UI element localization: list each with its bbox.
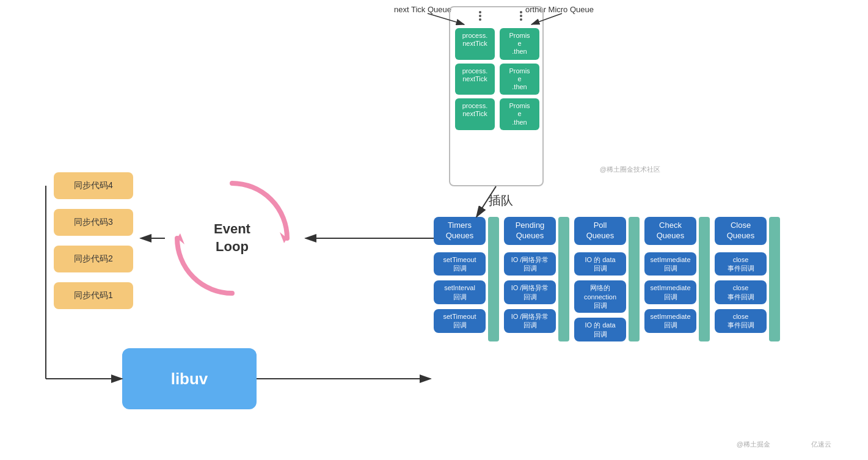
close-item-3: close事件回调 <box>715 309 767 333</box>
chajia-label: 插队 <box>489 192 513 209</box>
libuv-box: libuv <box>122 348 257 409</box>
timers-sep <box>488 217 499 341</box>
pending-item-2: IO /网络异常回调 <box>504 280 556 304</box>
poll-item-2: 网络的connection回调 <box>574 280 626 313</box>
poll-column: PollQueues IO 的 data回调 网络的connection回调 I… <box>574 217 640 341</box>
poll-sep <box>629 217 640 341</box>
timers-item-1: setTimeout回调 <box>434 252 486 276</box>
promise-then-3: Promise.then <box>500 98 539 130</box>
pending-main: PendingQueues IO /网络异常回调 IO /网络异常回调 IO /… <box>504 217 556 333</box>
timers-main: TimersQueues setTimeout回调 setInterval回调 … <box>434 217 486 333</box>
timers-column: TimersQueues setTimeout回调 setInterval回调 … <box>434 217 499 341</box>
sync-block-4: 同步代码4 <box>54 172 133 199</box>
diagram-container: next Tick Queue orther Micro Queue proce… <box>0 0 868 460</box>
timers-header: TimersQueues <box>434 217 486 245</box>
promise-then-1: Promise.then <box>500 28 539 60</box>
check-item-3: setImmediate回调 <box>644 309 696 333</box>
timers-item-2: setInterval回调 <box>434 280 486 304</box>
close-column: CloseQueues close事件回调 close事件回调 close事件回… <box>715 217 780 341</box>
watermark-3: 亿速云 <box>811 440 831 449</box>
close-header: CloseQueues <box>715 217 767 245</box>
check-main: CheckQueues setImmediate回调 setImmediate回… <box>644 217 696 333</box>
poll-header: PollQueues <box>574 217 626 245</box>
check-column: CheckQueues setImmediate回调 setImmediate回… <box>644 217 710 341</box>
event-loop-container: Event Loop <box>165 171 299 305</box>
check-item-1: setImmediate回调 <box>644 252 696 276</box>
watermark-2: @稀土掘金 <box>737 440 770 449</box>
micro-queue-wrapper: process.nextTick Promise.then process.ne… <box>455 11 539 130</box>
sync-block-3: 同步代码3 <box>54 209 133 236</box>
process-nexttick-3: process.nextTick <box>455 98 495 130</box>
sync-block-1: 同步代码1 <box>54 282 133 309</box>
event-loop-label: Event Loop <box>199 221 266 255</box>
poll-main: PollQueues IO 的 data回调 网络的connection回调 I… <box>574 217 626 341</box>
check-header: CheckQueues <box>644 217 696 245</box>
pending-column: PendingQueues IO /网络异常回调 IO /网络异常回调 IO /… <box>504 217 569 341</box>
sync-block-2: 同步代码2 <box>54 246 133 272</box>
pending-item-1: IO /网络异常回调 <box>504 252 556 276</box>
close-item-1: close事件回调 <box>715 252 767 276</box>
close-sep <box>769 217 780 341</box>
check-sep <box>699 217 710 341</box>
close-item-2: close事件回调 <box>715 280 767 304</box>
process-nexttick-1: process.nextTick <box>455 28 495 60</box>
process-nexttick-2: process.nextTick <box>455 64 495 95</box>
promise-then-2: Promise.then <box>500 64 539 95</box>
micro-row-3: process.nextTick Promise.then <box>455 98 539 130</box>
micro-row-1: process.nextTick Promise.then <box>455 28 539 60</box>
pending-item-3: IO /网络异常回调 <box>504 309 556 333</box>
micro-row-2: process.nextTick Promise.then <box>455 64 539 95</box>
timers-item-3: setTimeout回调 <box>434 309 486 333</box>
next-tick-queue-label: next Tick Queue <box>394 5 451 14</box>
pending-header: PendingQueues <box>504 217 556 245</box>
check-item-2: setImmediate回调 <box>644 280 696 304</box>
watermark-1: @稀土圈金技术社区 <box>600 165 660 174</box>
close-main: CloseQueues close事件回调 close事件回调 close事件回… <box>715 217 767 333</box>
poll-item-1: IO 的 data回调 <box>574 252 626 276</box>
pending-sep <box>558 217 569 341</box>
queue-columns: TimersQueues setTimeout回调 setInterval回调 … <box>434 217 780 341</box>
poll-item-3: IO 的 data回调 <box>574 318 626 341</box>
